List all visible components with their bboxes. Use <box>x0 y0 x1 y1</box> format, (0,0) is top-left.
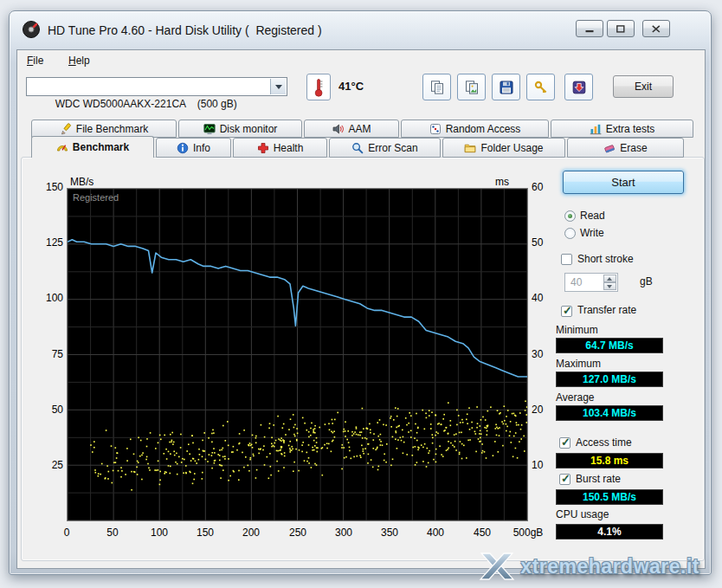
tab-error-scan[interactable]: Error Scan <box>329 138 441 158</box>
minimum-label: Minimum <box>556 324 598 336</box>
minimize-button[interactable] <box>576 20 603 37</box>
y-right-tick: 10 <box>532 459 558 471</box>
average-value: 103.4 MB/s <box>556 405 663 421</box>
average-label: Average <box>556 391 594 404</box>
x-axis-tick: 50 <box>106 527 118 539</box>
xtremehardware-x-icon <box>479 552 515 581</box>
minimize-icon <box>585 25 594 33</box>
watermark-text: xtremehardware.it <box>520 555 699 578</box>
file-benchmark-icon <box>60 123 72 135</box>
tab-label: Erase <box>620 142 647 154</box>
save-icon <box>499 80 514 95</box>
tab-aam[interactable]: AAM <box>304 120 399 138</box>
tab-info[interactable]: Info <box>156 138 231 158</box>
short-stroke-label: Short stroke <box>577 253 634 265</box>
menu-help[interactable]: Help <box>62 52 96 69</box>
tab-label: Folder Usage <box>480 142 543 154</box>
aam-icon <box>332 123 344 135</box>
read-radio[interactable] <box>564 210 576 222</box>
x-axis-tick: 350 <box>381 527 398 539</box>
cpu-usage-label: CPU usage <box>556 508 609 520</box>
client-area: File Help WDC WD5000AAKX-221CA (500 gB) … <box>16 49 706 569</box>
tab-folder-usage[interactable]: Folder Usage <box>442 138 565 158</box>
check-updates-button[interactable] <box>564 74 593 100</box>
x-axis-tick: 100 <box>151 527 168 539</box>
read-radio-label: Read <box>580 210 605 222</box>
drive-selector-value: WDC WD5000AAKX-221CA (500 gB) <box>55 98 237 110</box>
transfer-rate-checkbox[interactable] <box>561 306 572 317</box>
benchmark-icon <box>56 141 68 153</box>
folder-usage-icon <box>464 142 476 154</box>
tab-random-access[interactable]: Random Access <box>401 120 549 138</box>
spinner-down-icon[interactable] <box>603 282 616 290</box>
minimum-value: 64.7 MB/s <box>556 338 663 353</box>
error-scan-icon <box>351 142 364 154</box>
download-arrow-icon <box>571 80 587 95</box>
y-left-tick: 25 <box>35 459 63 471</box>
start-button[interactable]: Start <box>563 171 684 194</box>
short-stroke-checkbox[interactable] <box>561 254 572 265</box>
x-axis-tick: 250 <box>289 527 306 539</box>
app-window: HD Tune Pro 4.60 - Hard Disk Utility ( R… <box>9 10 712 575</box>
tab-row-primary: BenchmarkInfoHealthError ScanFolder Usag… <box>31 138 686 158</box>
erase-icon <box>603 142 616 154</box>
tab-label: Disk monitor <box>220 123 278 135</box>
write-radio[interactable] <box>564 228 576 239</box>
tab-label: Health <box>274 142 304 154</box>
app-logo-icon <box>22 20 41 39</box>
disk-monitor-icon <box>203 123 216 135</box>
y-right-unit: ms <box>495 176 509 188</box>
cpu-usage-value: 4.1% <box>556 524 663 540</box>
x-axis-tick: 400 <box>427 527 444 539</box>
close-button[interactable] <box>642 20 670 37</box>
copy-text-button[interactable] <box>422 74 451 100</box>
registration-key-button[interactable] <box>526 74 555 100</box>
drive-selector-dropdown[interactable]: WDC WD5000AAKX-221CA (500 gB) <box>26 77 287 96</box>
tab-file-benchmark[interactable]: File Benchmark <box>31 120 177 138</box>
maximize-icon <box>616 25 625 33</box>
window-title: HD Tune Pro 4.60 - Hard Disk Utility ( R… <box>48 23 322 37</box>
x-axis-tick: 300 <box>335 527 352 539</box>
plot-watermark: Registered <box>73 192 119 203</box>
random-access-icon <box>429 123 442 135</box>
y-right-tick: 60 <box>532 181 558 193</box>
titlebar[interactable]: HD Tune Pro 4.60 - Hard Disk Utility ( R… <box>10 11 711 49</box>
tab-disk-monitor[interactable]: Disk monitor <box>178 120 302 138</box>
y-left-tick: 75 <box>35 348 63 360</box>
tab-extra-tests[interactable]: Extra tests <box>551 120 693 138</box>
chevron-down-icon[interactable] <box>270 79 286 94</box>
x-axis-tick: 200 <box>242 527 260 539</box>
tab-row-secondary: File BenchmarkDisk monitorAAMRandom Acce… <box>31 120 695 138</box>
access-time-checkbox[interactable] <box>559 437 571 449</box>
maximize-button[interactable] <box>607 20 635 37</box>
short-stroke-spinner[interactable]: 40 <box>564 273 618 292</box>
save-screenshot-button[interactable] <box>492 74 520 100</box>
temperature-button[interactable] <box>306 74 331 100</box>
copy-icon <box>429 80 445 95</box>
spinner-up-icon[interactable] <box>603 275 616 282</box>
tab-health[interactable]: Health <box>233 138 327 158</box>
tab-benchmark[interactable]: Benchmark <box>31 136 154 158</box>
maximum-label: Maximum <box>556 358 601 370</box>
y-left-unit: MB/s <box>70 176 93 188</box>
burst-rate-checkbox[interactable] <box>559 474 571 485</box>
menu-file[interactable]: File <box>21 52 49 69</box>
x-axis-tick: 450 <box>474 527 491 539</box>
access-time-label: Access time <box>576 436 632 449</box>
thermometer-icon <box>313 77 324 98</box>
copy-screenshot-button[interactable] <box>457 74 486 100</box>
close-icon <box>652 25 661 33</box>
tab-erase[interactable]: Erase <box>567 138 684 158</box>
access-time-value: 15.8 ms <box>556 453 663 468</box>
tab-label: File Benchmark <box>76 123 148 135</box>
y-right-tick: 30 <box>532 348 558 360</box>
temperature-value: 41°C <box>338 80 364 93</box>
y-left-tick: 50 <box>35 404 63 416</box>
extra-tests-icon <box>590 123 602 135</box>
exit-button[interactable]: Exit <box>613 75 674 98</box>
benchmark-plot-canvas <box>68 189 527 520</box>
copy-image-icon <box>464 80 480 95</box>
info-icon <box>177 142 189 154</box>
tab-label: Random Access <box>446 123 521 135</box>
tab-label: AAM <box>348 123 371 135</box>
